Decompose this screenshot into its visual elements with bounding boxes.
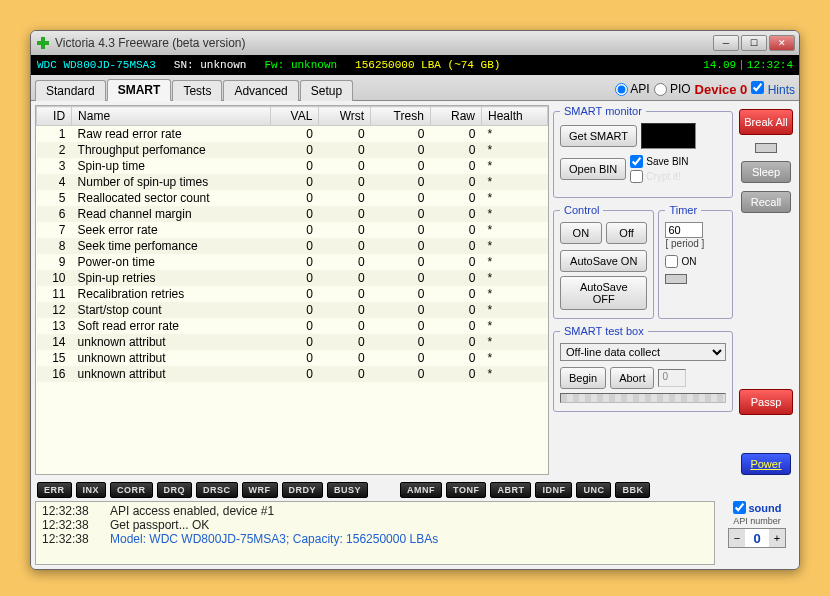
hints-checkbox[interactable]: Hints [751,81,795,97]
table-row[interactable]: 13Soft read error rate0000* [37,318,548,334]
crypt-checkbox[interactable]: Crypt it! [630,170,688,183]
abort-button[interactable]: Abort [610,367,654,389]
close-button[interactable]: ✕ [769,35,795,51]
table-row[interactable]: 7Seek error rate0000* [37,222,548,238]
clock: 14.09|12:32:4 [703,59,793,71]
table-row[interactable]: 9Power-on time0000* [37,254,548,270]
flag-err: ERR [37,482,72,498]
flag-busy: BUSY [327,482,368,498]
tab-smart[interactable]: SMART [107,79,172,101]
window-title: Victoria 4.3 Freeware (beta version) [55,36,713,50]
tab-tests[interactable]: Tests [172,80,222,101]
col-name[interactable]: Name [72,107,271,126]
titlebar[interactable]: Victoria 4.3 Freeware (beta version) ─ ☐… [31,31,799,55]
table-row[interactable]: 3Spin-up time0000* [37,158,548,174]
smart-monitor-group: SMART monitor Get SMART Open BIN Save BI… [553,105,733,198]
table-row[interactable]: 5Reallocated sector count0000* [37,190,548,206]
flag-unc: UNC [576,482,611,498]
table-row[interactable]: 6Read channel margin0000* [37,206,548,222]
table-row[interactable]: 1Raw read error rate0000* [37,126,548,143]
col-wrst[interactable]: Wrst [319,107,371,126]
table-row[interactable]: 14unknown attribut0000* [37,334,548,350]
api-number-label: API number [733,516,781,526]
test-progress [560,393,726,403]
lba-capacity: 156250000 LBA (~74 GB) [355,59,500,71]
flag-wrf: WRF [242,482,278,498]
table-row[interactable]: 4Number of spin-up times0000* [37,174,548,190]
log-panel[interactable]: 12:32:38API access enabled, device #112:… [35,501,715,565]
table-row[interactable]: 11Recalibration retries0000* [37,286,548,302]
col-id[interactable]: ID [37,107,72,126]
control-off-button[interactable]: Off [606,222,648,244]
device-label: Device 0 [695,82,748,97]
flag-amnf: AMNF [400,482,442,498]
serial-number: SN: unknown [174,59,247,71]
flag-corr: CORR [110,482,153,498]
test-status: 0 [658,369,686,387]
sound-checkbox[interactable]: sound [733,501,782,514]
control-group: Control ON Off AutoSave ON AutoSave OFF [553,204,654,319]
sleep-button[interactable]: Sleep [741,161,791,183]
maximize-button[interactable]: ☐ [741,35,767,51]
firmware: Fw: unknown [264,59,337,71]
break-indicator [755,143,777,153]
table-row[interactable]: 15unknown attribut0000* [37,350,548,366]
app-icon [35,35,51,51]
col-tresh[interactable]: Tresh [371,107,431,126]
app-window: Victoria 4.3 Freeware (beta version) ─ ☐… [30,30,800,570]
timer-input[interactable] [665,222,703,238]
status-flags: ERRINXCORRDRQDRSCWRFDRDYBUSYAMNFTONFABRT… [31,479,799,501]
smart-table[interactable]: IDNameVALWrstTreshRawHealth 1Raw read er… [35,105,549,475]
break-all-button[interactable]: Break All [739,109,793,135]
control-on-button[interactable]: ON [560,222,602,244]
flag-tonf: TONF [446,482,486,498]
smart-test-group: SMART test box Off-line data collect Beg… [553,325,733,412]
timer-on-checkbox[interactable]: ON [665,255,726,268]
test-select[interactable]: Off-line data collect [560,343,726,361]
spinner-up[interactable]: + [769,529,785,547]
table-row[interactable]: 16unknown attribut0000* [37,366,548,382]
flag-inx: INX [76,482,107,498]
flag-abrt: ABRT [490,482,531,498]
table-row[interactable]: 8Seek time perfomance0000* [37,238,548,254]
table-row[interactable]: 10Spin-up retries0000* [37,270,548,286]
smart-preview [641,123,696,149]
flag-drq: DRQ [157,482,193,498]
tab-standard[interactable]: Standard [35,80,106,101]
open-bin-button[interactable]: Open BIN [560,158,626,180]
minimize-button[interactable]: ─ [713,35,739,51]
col-raw[interactable]: Raw [430,107,481,126]
recall-button[interactable]: Recall [741,191,791,213]
pio-radio[interactable]: PIO [654,82,691,96]
api-number-spinner[interactable]: − 0 + [728,528,786,548]
begin-button[interactable]: Begin [560,367,606,389]
spinner-down[interactable]: − [729,529,745,547]
power-button[interactable]: Power [741,453,791,475]
api-radio[interactable]: API [615,82,650,96]
autosave-on-button[interactable]: AutoSave ON [560,250,647,272]
get-smart-button[interactable]: Get SMART [560,125,637,147]
flag-drdy: DRDY [282,482,324,498]
drive-model: WDC WD800JD-75MSA3 [37,59,156,71]
passp-button[interactable]: Passp [739,389,793,415]
tab-advanced[interactable]: Advanced [223,80,298,101]
info-bar: WDC WD800JD-75MSA3 SN: unknown Fw: unkno… [31,55,799,75]
timer-indicator [665,274,687,284]
svg-rect-1 [37,41,49,45]
flag-bbk: BBK [615,482,650,498]
autosave-off-button[interactable]: AutoSave OFF [560,276,647,310]
tab-setup[interactable]: Setup [300,80,353,101]
flag-drsc: DRSC [196,482,238,498]
col-health[interactable]: Health [482,107,548,126]
flag-idnf: IDNF [535,482,572,498]
tab-bar: StandardSMARTTestsAdvancedSetup API PIO … [31,75,799,101]
table-row[interactable]: 12Start/stop count0000* [37,302,548,318]
table-row[interactable]: 2Throughput perfomance0000* [37,142,548,158]
timer-group: Timer [ period ] ON [658,204,733,319]
col-val[interactable]: VAL [271,107,319,126]
save-bin-checkbox[interactable]: Save BIN [630,155,688,168]
